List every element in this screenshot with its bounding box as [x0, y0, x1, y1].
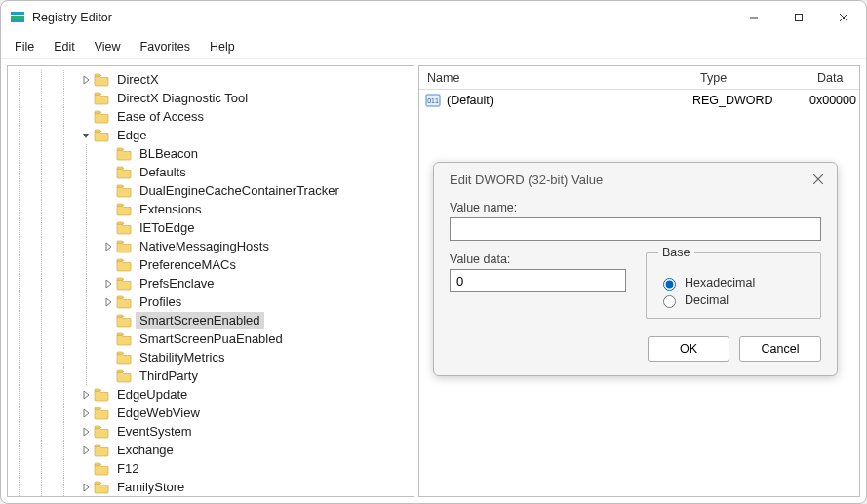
svg-text:011: 011 [427, 97, 439, 104]
tree-node[interactable]: EventSystem [12, 422, 414, 441]
col-header-name[interactable]: Name [419, 71, 692, 85]
menu-edit[interactable]: Edit [44, 37, 85, 57]
tree-label[interactable]: PrefsEnclave [136, 275, 218, 291]
chevron-right-icon[interactable] [79, 388, 93, 402]
chevron-right-icon[interactable] [79, 407, 93, 420]
tree-label[interactable]: Ease of Access [113, 108, 208, 125]
tree-node[interactable]: DirectX [12, 70, 414, 89]
tree-label[interactable]: IEToEdge [136, 219, 198, 236]
tree-label[interactable]: EdgeUpdate [113, 386, 191, 403]
tree-label[interactable]: ThirdParty [136, 368, 202, 384]
chevron-right-icon[interactable] [79, 425, 93, 439]
folder-icon [94, 92, 109, 105]
col-header-type[interactable]: Type [692, 71, 809, 85]
tree-node[interactable]: StabilityMetrics [12, 348, 414, 367]
tree-label[interactable]: FamilyStore [113, 479, 188, 495]
tree-node[interactable]: DualEngineCacheContainerTracker [12, 181, 414, 200]
tree-label[interactable]: Profiles [136, 293, 185, 310]
dialog-close-button[interactable] [809, 171, 827, 188]
tree-label[interactable]: DirectX Diagnostic Tool [113, 90, 252, 106]
tree-node[interactable]: PreferenceMACs [12, 255, 414, 274]
folder-icon [116, 240, 132, 253]
chevron-right-icon[interactable] [79, 481, 93, 494]
tree-label[interactable]: Defaults [136, 164, 190, 180]
app-icon [9, 9, 26, 26]
base-group-label: Base [658, 246, 694, 259]
tree-node[interactable]: Ease of Access [12, 107, 414, 126]
tree-node[interactable]: Profiles [12, 292, 414, 311]
tree-node[interactable]: Defaults [12, 163, 414, 181]
chevron-down-icon[interactable] [79, 129, 93, 142]
tree-node[interactable]: Extensions [12, 200, 414, 218]
tree-node[interactable]: F12 [12, 459, 414, 478]
chevron-right-icon[interactable] [101, 240, 115, 253]
registry-editor-window: Registry Editor FileEditViewFavoritesHel… [0, 0, 867, 504]
tree-node[interactable]: PrefsEnclave [12, 274, 414, 292]
folder-icon [116, 221, 132, 235]
tree-label[interactable]: EdgeWebView [113, 405, 204, 421]
tree-label[interactable]: EventSystem [113, 423, 196, 440]
menu-help[interactable]: Help [200, 37, 245, 57]
menu-file[interactable]: File [5, 37, 44, 57]
menu-favorites[interactable]: Favorites [131, 37, 200, 57]
minimize-button[interactable] [731, 3, 776, 32]
tree-label[interactable]: Edge [113, 127, 150, 143]
tree-node[interactable]: EdgeWebView [12, 404, 414, 422]
tree-node[interactable]: ThirdParty [12, 367, 414, 385]
list-row[interactable]: 011(Default)REG_DWORD0x00000 [419, 90, 859, 111]
tree-node[interactable]: Exchange [12, 441, 414, 459]
folder-icon [94, 129, 109, 142]
svg-rect-2 [11, 19, 24, 22]
tree-label[interactable]: Exchange [113, 442, 177, 458]
tree-node[interactable]: NativeMessagingHosts [12, 237, 414, 255]
value-data-input[interactable] [450, 269, 626, 292]
radio-hexadecimal[interactable]: Hexadecimal [658, 275, 808, 291]
tree-node[interactable]: BLBeacon [12, 144, 414, 163]
tree-label[interactable]: DirectX [113, 71, 163, 88]
tree-node[interactable]: SmartScreenEnabled [12, 311, 414, 330]
radio-decimal[interactable]: Decimal [658, 292, 808, 308]
chevron-right-icon[interactable] [101, 295, 115, 309]
folder-icon [116, 258, 132, 272]
chevron-right-icon[interactable] [79, 444, 93, 457]
tree-label[interactable]: F12 [113, 460, 142, 477]
tree-label[interactable]: DualEngineCacheContainerTracker [136, 182, 343, 199]
folder-icon [116, 277, 132, 291]
tree-node[interactable]: IEToEdge [12, 218, 414, 237]
chevron-right-icon[interactable] [101, 277, 115, 291]
tree-label[interactable]: SmartScreenEnabled [136, 312, 264, 329]
folder-icon [116, 295, 132, 309]
menu-view[interactable]: View [85, 37, 131, 57]
value-name-label: Value name: [450, 201, 821, 214]
tree-label[interactable]: Extensions [136, 201, 206, 217]
folder-icon [94, 481, 109, 494]
tree-node[interactable]: SmartScreenPuaEnabled [12, 330, 414, 348]
close-button[interactable] [821, 3, 866, 32]
ok-button[interactable]: OK [648, 336, 729, 362]
tree-label[interactable]: NativeMessagingHosts [136, 238, 273, 254]
tree-label[interactable]: SmartScreenPuaEnabled [136, 330, 287, 347]
radio-hex-input[interactable] [663, 278, 676, 291]
window-title: Registry Editor [32, 11, 112, 24]
titlebar[interactable]: Registry Editor [1, 1, 866, 34]
chevron-right-icon[interactable] [79, 73, 93, 87]
folder-icon [94, 73, 109, 87]
cancel-button[interactable]: Cancel [739, 336, 821, 362]
tree-node[interactable]: FamilyStore [12, 478, 414, 496]
tree-label[interactable]: PreferenceMACs [136, 256, 240, 273]
maximize-button[interactable] [776, 3, 821, 32]
dialog-title: Edit DWORD (32-bit) Value [450, 173, 821, 187]
folder-icon [116, 314, 132, 328]
folder-icon [116, 203, 132, 216]
tree-node[interactable]: DirectX Diagnostic Tool [12, 89, 414, 107]
tree-label[interactable]: BLBeacon [136, 145, 202, 162]
col-header-data[interactable]: Data [809, 71, 859, 85]
svg-rect-4 [796, 15, 803, 21]
tree-pane[interactable]: DirectXDirectX Diagnostic ToolEase of Ac… [7, 65, 414, 497]
tree-node[interactable]: Edge [12, 126, 414, 144]
radio-dec-input[interactable] [663, 295, 676, 308]
tree-label[interactable]: StabilityMetrics [136, 349, 228, 366]
list-header[interactable]: Name Type Data [419, 66, 859, 90]
value-name-input[interactable] [450, 217, 821, 241]
tree-node[interactable]: EdgeUpdate [12, 385, 414, 404]
